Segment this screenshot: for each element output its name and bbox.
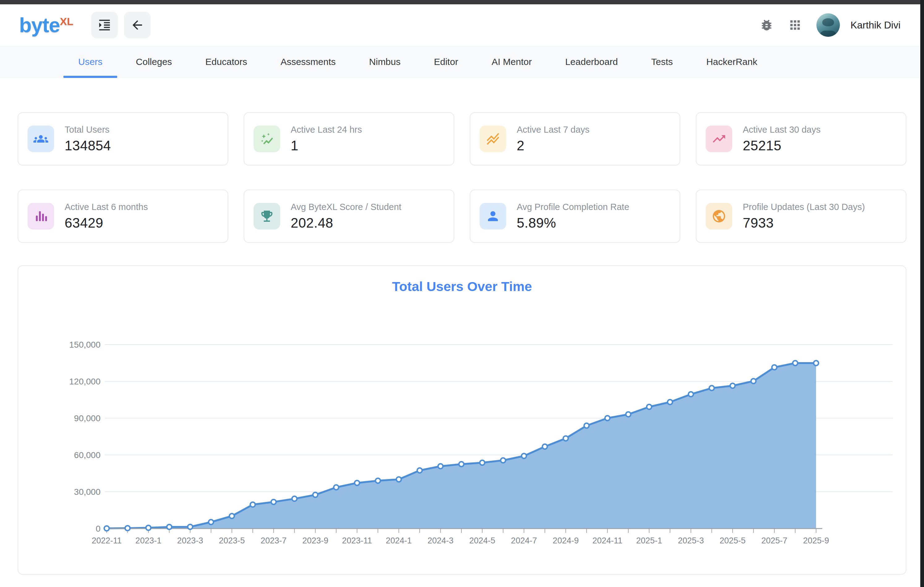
bar-chart-icon	[28, 203, 54, 229]
svg-text:2025-5: 2025-5	[719, 536, 746, 545]
window-scrollbar[interactable]	[920, 0, 924, 587]
trophy-icon	[254, 203, 280, 229]
stacked-lines-icon	[480, 125, 506, 152]
back-arrow-icon	[130, 18, 144, 32]
tab-tests[interactable]: Tests	[637, 46, 688, 78]
stat-card-label: Profile Updates (Last 30 Days)	[743, 202, 865, 212]
stat-card-label: Total Users	[64, 125, 111, 135]
stat-card: Profile Updates (Last 30 Days) 7933	[696, 190, 906, 243]
trending-up-icon	[706, 125, 732, 152]
sidebar-toggle-button[interactable]	[91, 12, 118, 38]
header-right-cluster: Karthik Divi	[759, 4, 901, 46]
svg-text:30,000: 30,000	[74, 487, 101, 497]
logo-suffix: XL	[60, 15, 73, 28]
bug-icon[interactable]	[759, 18, 774, 32]
sparkle-trend-icon	[254, 125, 280, 152]
svg-text:2024-11: 2024-11	[592, 536, 622, 545]
stat-card-label: Active Last 30 days	[743, 125, 820, 135]
stat-card-value: 202.48	[291, 215, 401, 231]
svg-text:2025-9: 2025-9	[803, 536, 829, 545]
svg-text:2025-7: 2025-7	[761, 536, 787, 545]
svg-text:150,000: 150,000	[69, 340, 101, 350]
stat-card-value: 7933	[743, 215, 865, 231]
logo-text: byte	[19, 15, 60, 35]
svg-text:2025-3: 2025-3	[678, 536, 704, 545]
user-name[interactable]: Karthik Divi	[850, 20, 901, 31]
tab-ai-mentor[interactable]: AI Mentor	[477, 46, 547, 78]
stat-card: Total Users 134854	[18, 112, 228, 165]
svg-text:2024-1: 2024-1	[386, 536, 412, 545]
bytexl-admin-dashboard: byte XL Karthik Divi UsersCollegesEducat…	[0, 0, 924, 587]
apps-grid-icon[interactable]	[788, 18, 802, 32]
svg-text:2024-9: 2024-9	[553, 536, 579, 545]
svg-text:2023-3: 2023-3	[177, 536, 203, 545]
stat-card: Avg Profile Completion Rate 5.89%	[470, 190, 680, 243]
indent-menu-icon	[97, 18, 112, 32]
svg-text:2023-11: 2023-11	[342, 536, 372, 545]
svg-text:2023-5: 2023-5	[219, 536, 245, 545]
svg-text:0: 0	[96, 524, 101, 534]
stat-card-value: 5.89%	[517, 215, 629, 231]
stat-card-label: Avg Profile Completion Rate	[517, 202, 629, 212]
stat-cards-grid: Total Users 134854 Active Last 24 hrs 1 …	[18, 112, 906, 243]
users-group-icon	[28, 125, 54, 152]
stat-card-label: Active Last 7 days	[517, 125, 589, 135]
stat-card: Active Last 24 hrs 1	[244, 112, 454, 165]
person-icon	[480, 203, 506, 229]
tab-educators[interactable]: Educators	[190, 46, 262, 78]
svg-text:2023-7: 2023-7	[261, 536, 287, 545]
chart-title: Total Users Over Time	[18, 279, 906, 294]
stat-card-label: Avg ByteXL Score / Student	[291, 202, 401, 212]
svg-text:2025-1: 2025-1	[636, 536, 662, 545]
tab-leaderboard[interactable]: Leaderboard	[550, 46, 633, 78]
tab-users[interactable]: Users	[63, 46, 117, 78]
svg-text:2023-9: 2023-9	[302, 536, 328, 545]
svg-text:2024-7: 2024-7	[511, 536, 537, 545]
svg-text:2023-1: 2023-1	[135, 536, 162, 545]
stat-card-value: 1	[291, 138, 362, 153]
tab-nimbus[interactable]: Nimbus	[355, 46, 416, 78]
svg-text:2024-3: 2024-3	[427, 536, 453, 545]
stat-card: Avg ByteXL Score / Student 202.48	[244, 190, 454, 243]
svg-text:90,000: 90,000	[74, 414, 101, 423]
main-nav-tabs: UsersCollegesEducatorsAssessmentsNimbusE…	[0, 46, 924, 78]
stat-card-value: 63429	[64, 215, 148, 231]
user-avatar[interactable]	[817, 13, 840, 37]
back-button[interactable]	[124, 12, 150, 38]
svg-text:120,000: 120,000	[69, 377, 101, 386]
globe-icon	[706, 203, 732, 229]
stat-card-label: Active Last 6 months	[64, 202, 148, 212]
bytexl-logo[interactable]: byte XL	[19, 15, 73, 35]
stat-card-value: 2	[517, 138, 589, 153]
stat-card-value: 25215	[743, 138, 820, 153]
tab-hackerrank[interactable]: HackerRank	[691, 46, 772, 78]
tab-colleges[interactable]: Colleges	[121, 46, 187, 78]
tab-assessments[interactable]: Assessments	[266, 46, 350, 78]
svg-text:60,000: 60,000	[74, 450, 101, 460]
stat-card-value: 134854	[64, 138, 111, 153]
stat-card: Active Last 30 days 25215	[696, 112, 906, 165]
svg-text:2022-11: 2022-11	[92, 536, 122, 545]
stat-card: Active Last 6 months 63429	[18, 190, 228, 243]
total-users-over-time-chart: 030,00060,00090,000120,000150,0002022-11…	[18, 297, 906, 557]
stat-card-label: Active Last 24 hrs	[291, 125, 362, 135]
total-users-chart-card: Total Users Over Time 030,00060,00090,00…	[18, 265, 906, 575]
svg-text:2024-5: 2024-5	[469, 536, 495, 545]
stat-card: Active Last 7 days 2	[470, 112, 680, 165]
window-top-strip	[0, 0, 924, 4]
tab-editor[interactable]: Editor	[419, 46, 473, 78]
app-header: byte XL Karthik Divi	[0, 4, 924, 46]
